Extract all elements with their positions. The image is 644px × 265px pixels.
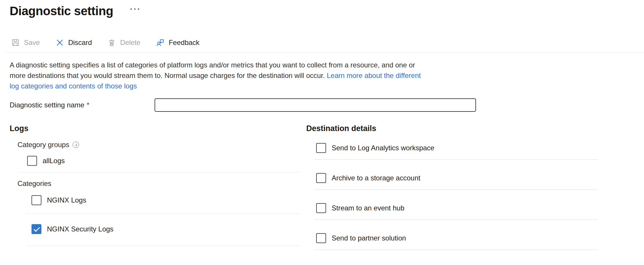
storage-account-checkbox[interactable]: [316, 173, 326, 183]
nginx-logs-label[interactable]: NGINX Logs: [47, 196, 86, 204]
name-field-label: Diagnostic setting name*: [10, 101, 89, 109]
save-icon: [11, 39, 20, 47]
description-text: A diagnostic setting specifies a list of…: [10, 60, 431, 91]
more-actions-button[interactable]: ···: [128, 5, 143, 13]
command-bar: Save Discard Delete: [10, 37, 644, 48]
categories-label: Categories: [18, 179, 306, 188]
divider: [26, 246, 301, 246]
diagnostic-setting-name-input[interactable]: [155, 98, 476, 112]
alllogs-checkbox[interactable]: [27, 156, 37, 166]
nginx-security-logs-checkbox[interactable]: [32, 224, 41, 234]
divider: [18, 172, 301, 172]
destination-details-heading: Destination details: [306, 124, 644, 133]
checkbox-row-nginx-security-logs: NGINX Security Logs: [32, 224, 306, 234]
save-label: Save: [24, 39, 40, 47]
event-hub-checkbox[interactable]: [316, 203, 326, 213]
page-header: Diagnostic setting ···: [10, 4, 644, 18]
toolbar-divider: [6, 53, 644, 53]
feedback-icon: [156, 39, 164, 47]
category-groups-label: Category groups: [18, 141, 69, 149]
log-analytics-checkbox[interactable]: [316, 143, 326, 153]
info-icon[interactable]: i: [73, 142, 79, 148]
alllogs-label[interactable]: allLogs: [43, 157, 65, 165]
checkbox-row-log-analytics: Send to Log Analytics workspace: [316, 143, 644, 153]
delete-label: Delete: [120, 39, 140, 47]
checkbox-row-nginx-logs: NGINX Logs: [32, 195, 306, 205]
content-columns: Logs Category groups i allLogs Categorie…: [10, 124, 644, 250]
checkbox-row-event-hub: Stream to an event hub: [316, 203, 644, 213]
divider: [314, 159, 598, 160]
checkbox-row-alllogs: allLogs: [27, 156, 306, 166]
delete-button[interactable]: Delete: [106, 37, 142, 48]
checkbox-row-storage-account: Archive to a storage account: [316, 173, 644, 183]
nginx-logs-checkbox[interactable]: [32, 195, 41, 205]
page-title: Diagnostic setting: [10, 4, 113, 18]
partner-solution-label[interactable]: Send to partner solution: [332, 234, 406, 242]
category-groups-label-row: Category groups i: [18, 141, 306, 149]
dismiss-icon: [56, 39, 64, 47]
logs-heading: Logs: [10, 124, 306, 133]
destination-details-section: Destination details Send to Log Analytic…: [306, 124, 644, 250]
divider: [26, 213, 301, 214]
nginx-security-logs-label[interactable]: NGINX Security Logs: [47, 225, 113, 233]
event-hub-label[interactable]: Stream to an event hub: [332, 204, 405, 212]
divider: [314, 219, 598, 220]
feedback-button[interactable]: Feedback: [154, 37, 201, 48]
storage-account-label[interactable]: Archive to a storage account: [332, 174, 420, 182]
divider: [314, 189, 598, 190]
feedback-label: Feedback: [169, 39, 199, 47]
discard-button[interactable]: Discard: [54, 37, 94, 48]
discard-label: Discard: [68, 39, 92, 47]
partner-solution-checkbox[interactable]: [316, 233, 326, 243]
save-button[interactable]: Save: [10, 37, 42, 48]
checkbox-row-partner-solution: Send to partner solution: [316, 233, 644, 243]
required-asterisk: *: [87, 101, 89, 109]
name-field-row: Diagnostic setting name*: [10, 98, 644, 112]
divider: [314, 250, 598, 250]
logs-section: Logs Category groups i allLogs Categorie…: [10, 124, 306, 246]
delete-icon: [108, 39, 116, 47]
diagnostic-setting-page: Diagnostic setting ··· Save Discard: [0, 0, 644, 250]
log-analytics-label[interactable]: Send to Log Analytics workspace: [332, 144, 434, 152]
